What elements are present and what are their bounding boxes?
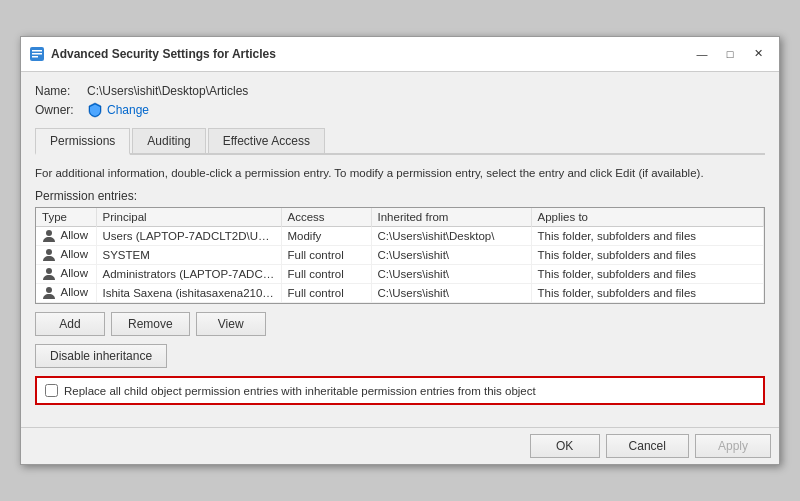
dialog-footer: OK Cancel Apply	[21, 427, 779, 464]
row3-type: Allow	[36, 265, 96, 284]
row4-applies: This folder, subfolders and files	[531, 284, 764, 303]
user-icon	[42, 267, 56, 281]
table-row[interactable]: Allow SYSTEM Full control C:\Users\ishit…	[36, 246, 764, 265]
tabs-container: Permissions Auditing Effective Access	[35, 128, 765, 155]
permissions-table-container: Type Principal Access Inherited from App…	[35, 207, 765, 304]
svg-rect-1	[32, 50, 42, 52]
svg-point-5	[46, 249, 52, 255]
row3-access: Full control	[281, 265, 371, 284]
row1-access: Modify	[281, 227, 371, 246]
row3-inherited: C:\Users\ishit\	[371, 265, 531, 284]
description-text: For additional information, double-click…	[35, 165, 765, 181]
dialog-content: Name: C:\Users\ishit\Desktop\Articles Ow…	[21, 72, 779, 427]
title-controls: — □ ✕	[689, 43, 771, 65]
svg-point-4	[46, 230, 52, 236]
change-owner-link[interactable]: Change	[87, 102, 149, 118]
row2-inherited: C:\Users\ishit\	[371, 246, 531, 265]
col-applies: Applies to	[531, 208, 764, 227]
tab-effective-access[interactable]: Effective Access	[208, 128, 325, 153]
row2-type: Allow	[36, 246, 96, 265]
row4-type: Allow	[36, 284, 96, 303]
name-row: Name: C:\Users\ishit\Desktop\Articles	[35, 84, 765, 98]
permissions-table: Type Principal Access Inherited from App…	[36, 208, 764, 303]
main-window: Advanced Security Settings for Articles …	[20, 36, 780, 465]
col-access: Access	[281, 208, 371, 227]
change-link-label: Change	[107, 103, 149, 117]
row2-applies: This folder, subfolders and files	[531, 246, 764, 265]
row4-inherited: C:\Users\ishit\	[371, 284, 531, 303]
table-row[interactable]: Allow Administrators (LAPTOP-7ADCLT... F…	[36, 265, 764, 284]
title-bar: Advanced Security Settings for Articles …	[21, 37, 779, 72]
row1-type: Allow	[36, 227, 96, 246]
add-button[interactable]: Add	[35, 312, 105, 336]
title-bar-left: Advanced Security Settings for Articles	[29, 46, 276, 62]
row1-inherited: C:\Users\ishit\Desktop\	[371, 227, 531, 246]
maximize-button[interactable]: □	[717, 43, 743, 65]
col-inherited: Inherited from	[371, 208, 531, 227]
user-icon	[42, 229, 56, 243]
row1-principal: Users (LAPTOP-7ADCLT2D\Users)	[96, 227, 281, 246]
col-type: Type	[36, 208, 96, 227]
svg-rect-3	[32, 56, 38, 58]
user-icon	[42, 286, 56, 300]
ok-button[interactable]: OK	[530, 434, 600, 458]
minimize-button[interactable]: —	[689, 43, 715, 65]
owner-label: Owner:	[35, 103, 87, 117]
row3-applies: This folder, subfolders and files	[531, 265, 764, 284]
tab-permissions[interactable]: Permissions	[35, 128, 130, 155]
user-icon	[42, 248, 56, 262]
window-title: Advanced Security Settings for Articles	[51, 47, 276, 61]
table-row[interactable]: Allow Ishita Saxena (ishitasaxena2109...…	[36, 284, 764, 303]
owner-row: Owner: Change	[35, 102, 765, 118]
row2-principal: SYSTEM	[96, 246, 281, 265]
table-header-row: Type Principal Access Inherited from App…	[36, 208, 764, 227]
cancel-button[interactable]: Cancel	[606, 434, 689, 458]
name-value: C:\Users\ishit\Desktop\Articles	[87, 84, 248, 98]
entries-label: Permission entries:	[35, 189, 765, 203]
replace-permissions-row: Replace all child object permission entr…	[35, 376, 765, 405]
tab-auditing[interactable]: Auditing	[132, 128, 205, 153]
view-button[interactable]: View	[196, 312, 266, 336]
col-principal: Principal	[96, 208, 281, 227]
replace-permissions-checkbox[interactable]	[45, 384, 58, 397]
row4-principal: Ishita Saxena (ishitasaxena2109...	[96, 284, 281, 303]
svg-point-6	[46, 268, 52, 274]
replace-permissions-label: Replace all child object permission entr…	[64, 385, 536, 397]
disable-inheritance-button[interactable]: Disable inheritance	[35, 344, 167, 368]
action-buttons-row: Add Remove View	[35, 312, 765, 336]
row1-applies: This folder, subfolders and files	[531, 227, 764, 246]
remove-button[interactable]: Remove	[111, 312, 190, 336]
close-button[interactable]: ✕	[745, 43, 771, 65]
row2-access: Full control	[281, 246, 371, 265]
row4-access: Full control	[281, 284, 371, 303]
shield-icon	[87, 102, 103, 118]
svg-rect-2	[32, 53, 42, 55]
table-row[interactable]: Allow Users (LAPTOP-7ADCLT2D\Users) Modi…	[36, 227, 764, 246]
row3-principal: Administrators (LAPTOP-7ADCLT...	[96, 265, 281, 284]
name-label: Name:	[35, 84, 87, 98]
apply-button[interactable]: Apply	[695, 434, 771, 458]
window-icon	[29, 46, 45, 62]
svg-point-7	[46, 287, 52, 293]
